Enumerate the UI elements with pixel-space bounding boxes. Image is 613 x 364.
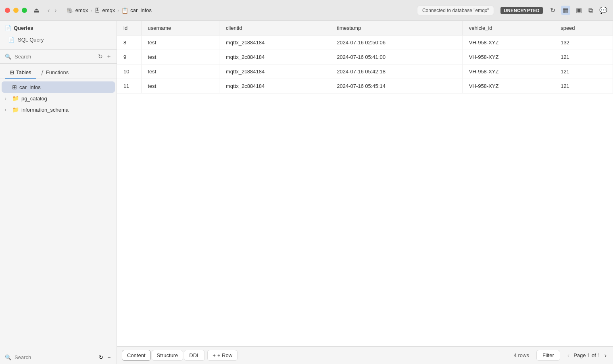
table-row[interactable]: 10testmqttx_2c8841842024-07-16 05:42:18V… [117, 64, 613, 79]
sidebar-tabs: ⊞ Tables ƒ Functions [0, 64, 117, 79]
breadcrumb-server[interactable]: 🐘 emqx [67, 7, 88, 14]
tree-item-information-schema[interactable]: › 📁 information_schema [2, 104, 115, 115]
nav-forward-button[interactable]: › [53, 6, 58, 15]
tab-content[interactable]: Content [122, 350, 151, 361]
table-grid-icon: ⊞ [12, 84, 17, 90]
pagination-prev-button[interactable]: ‹ [566, 351, 571, 360]
close-button[interactable] [5, 8, 10, 13]
cell-vehicle_id[interactable]: VH-958-XYZ [462, 50, 554, 64]
tab-tables[interactable]: ⊞ Tables [5, 67, 36, 79]
cell-username[interactable]: test [141, 35, 219, 50]
breadcrumb-server-label: emqx [75, 7, 88, 13]
breadcrumb: 🐘 emqx › 🗄 emqx › 📋 car_infos [67, 7, 417, 14]
sidebar: 📄 Queries 📄 SQL Query 🔍 ↻ ＋ ⊞ Tables ƒ F… [0, 21, 117, 364]
table-icon: 📋 [121, 7, 128, 14]
tab-ddl[interactable]: DDL [184, 350, 205, 361]
tab-structure[interactable]: Structure [152, 350, 183, 361]
cell-id[interactable]: 8 [117, 35, 141, 50]
tree-item-pg-catalog[interactable]: › 📁 pg_catalog [2, 93, 115, 104]
database-icon: 🗄 [94, 7, 100, 14]
traffic-lights [5, 8, 27, 13]
col-header-vehicle-id[interactable]: vehicle_id [462, 21, 554, 35]
titlebar-actions: ↻ ▦ ▣ ⧉ 💬 [549, 6, 608, 15]
tree-item-car-infos[interactable]: ⊞ car_infos [2, 81, 115, 93]
queries-header: 📄 Queries [5, 25, 112, 31]
cell-speed[interactable]: 121 [554, 64, 613, 79]
cell-username[interactable]: test [141, 50, 219, 64]
table-row[interactable]: 11testmqttx_2c8841842024-07-16 05:45:14V… [117, 79, 613, 94]
cell-clientid[interactable]: mqttx_2c884184 [219, 79, 330, 94]
breadcrumb-table[interactable]: 📋 car_infos [121, 7, 152, 14]
rows-count: 4 rows [514, 352, 529, 358]
chevron-down-icon: › [5, 96, 10, 101]
add-icon-bottom[interactable]: ＋ [106, 354, 112, 361]
cell-username[interactable]: test [141, 79, 219, 94]
cell-id[interactable]: 10 [117, 64, 141, 79]
folder-icon-2: 📁 [12, 106, 19, 113]
tree-section: ⊞ car_infos › 📁 pg_catalog › 📁 informati… [0, 79, 117, 350]
table-row[interactable]: 8testmqttx_2c8841842024-07-16 02:50:06VH… [117, 35, 613, 50]
col-header-timestamp[interactable]: timestamp [330, 21, 463, 35]
cell-timestamp[interactable]: 2024-07-16 02:50:06 [330, 35, 463, 50]
nav-back-button[interactable]: ‹ [46, 6, 51, 15]
col-header-id[interactable]: id [117, 21, 141, 35]
filter-button[interactable]: Filter [536, 350, 560, 361]
search-input-bottom[interactable] [15, 354, 96, 360]
tab-functions[interactable]: ƒ Functions [36, 67, 74, 79]
cell-vehicle_id[interactable]: VH-958-XYZ [462, 79, 554, 94]
tree-item-car-infos-label: car_infos [19, 84, 41, 90]
connection-badge: Connected to database "emqx" [417, 6, 494, 15]
refresh-button[interactable]: ↻ [549, 6, 556, 15]
col-header-clientid[interactable]: clientid [219, 21, 330, 35]
bottom-search-bar: 🔍 ↻ ＋ [0, 350, 117, 364]
cell-username[interactable]: test [141, 64, 219, 79]
top-search-bar: 🔍 ↻ ＋ [0, 50, 117, 64]
pagination-next-button[interactable]: › [603, 351, 608, 360]
cell-clientid[interactable]: mqttx_2c884184 [219, 64, 330, 79]
cell-id[interactable]: 9 [117, 50, 141, 64]
chat-button[interactable]: 💬 [598, 6, 608, 15]
add-icon[interactable]: ＋ [106, 53, 112, 60]
bottom-bar: Content Structure DDL + + Row 4 rows Fil… [117, 346, 613, 364]
data-area: id username clientid timestamp vehicle_i… [117, 21, 613, 364]
cell-vehicle_id[interactable]: VH-958-XYZ [462, 64, 554, 79]
cell-speed[interactable]: 121 [554, 79, 613, 94]
add-row-button[interactable]: + + Row [207, 350, 238, 361]
minimize-button[interactable] [13, 8, 19, 13]
tables-icon: ⊞ [10, 69, 14, 75]
search-input-top[interactable] [15, 54, 95, 60]
col-header-username[interactable]: username [141, 21, 219, 35]
table-body: 8testmqttx_2c8841842024-07-16 02:50:06VH… [117, 35, 613, 94]
eject-icon[interactable]: ⏏ [33, 6, 40, 14]
cell-speed[interactable]: 121 [554, 50, 613, 64]
cell-clientid[interactable]: mqttx_2c884184 [219, 35, 330, 50]
nav-buttons: ‹ › [46, 6, 58, 15]
refresh-icon-bottom[interactable]: ↻ [99, 354, 103, 360]
sql-icon: 📄 [8, 37, 15, 43]
refresh-icon[interactable]: ↻ [98, 53, 103, 60]
cell-timestamp[interactable]: 2024-07-16 05:41:00 [330, 50, 463, 64]
cell-timestamp[interactable]: 2024-07-16 05:45:14 [330, 79, 463, 94]
queries-title: Queries [14, 25, 33, 31]
search-icon: 🔍 [5, 54, 11, 60]
col-header-speed[interactable]: speed [554, 21, 613, 35]
tree-item-information-schema-label: information_schema [21, 107, 69, 113]
duplicate-button[interactable]: ⧉ [588, 6, 594, 15]
cell-clientid[interactable]: mqttx_2c884184 [219, 50, 330, 64]
table-container: id username clientid timestamp vehicle_i… [117, 21, 613, 346]
cell-timestamp[interactable]: 2024-07-16 05:42:18 [330, 64, 463, 79]
cell-id[interactable]: 11 [117, 79, 141, 94]
cell-vehicle_id[interactable]: VH-958-XYZ [462, 35, 554, 50]
tab-functions-label: Functions [46, 69, 69, 75]
sql-query-item[interactable]: 📄 SQL Query [5, 34, 112, 45]
cell-speed[interactable]: 132 [554, 35, 613, 50]
view-sidebar-button[interactable]: ▣ [575, 6, 583, 15]
maximize-button[interactable] [22, 8, 27, 13]
breadcrumb-database[interactable]: 🗄 emqx [94, 7, 115, 14]
table-row[interactable]: 9testmqttx_2c8841842024-07-16 05:41:00VH… [117, 50, 613, 64]
add-row-label: + Row [217, 352, 232, 358]
tree-item-pg-catalog-label: pg_catalog [21, 96, 47, 102]
sql-query-label: SQL Query [18, 37, 44, 43]
search-icon-bottom: 🔍 [5, 354, 11, 360]
view-content-button[interactable]: ▦ [561, 6, 570, 15]
